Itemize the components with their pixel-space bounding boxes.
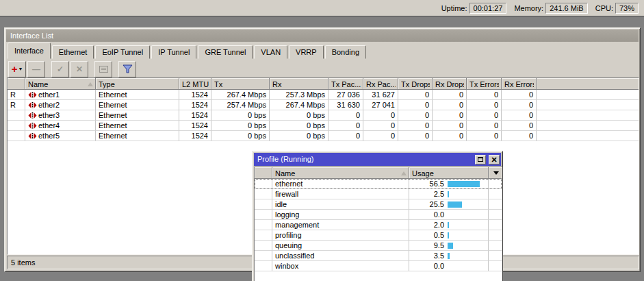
profile-table-header: NameUsage bbox=[255, 167, 502, 179]
profile-column-header-flags[interactable] bbox=[255, 167, 272, 179]
column-header-tx-drops[interactable]: Tx Drops bbox=[398, 78, 433, 90]
cell-usage: 0.0 bbox=[409, 261, 489, 271]
interface-row-ether4[interactable]: ether4Ethernet15240 bps0 bps000000 bbox=[8, 121, 639, 131]
cell-type: Ethernet bbox=[96, 131, 179, 141]
column-header-tx[interactable]: Tx bbox=[211, 78, 270, 90]
interface-toolbar: + ▼ — ✓ ✕ bbox=[8, 60, 138, 77]
tab-vlan[interactable]: VLAN bbox=[254, 45, 287, 59]
interface-row-ether5[interactable]: ether5Ethernet15240 bps0 bps000000 bbox=[8, 131, 639, 141]
column-header-l2-mtu[interactable]: L2 MTU bbox=[179, 78, 211, 90]
column-header-flags[interactable] bbox=[8, 78, 25, 90]
profile-titlebar[interactable]: Profile (Running) ✕ bbox=[254, 153, 501, 166]
cell-type: Ethernet bbox=[96, 110, 179, 121]
cell-flag: R bbox=[8, 100, 25, 110]
comment-button[interactable] bbox=[94, 61, 112, 77]
cell-usage: 9.5 bbox=[409, 241, 489, 251]
remove-button[interactable]: — bbox=[27, 61, 45, 77]
maximize-button[interactable] bbox=[475, 155, 486, 164]
column-header-type[interactable]: Type bbox=[96, 78, 179, 90]
column-header-rx-pac-[interactable]: Rx Pac... bbox=[363, 78, 398, 90]
cell-rxp: 27 041 bbox=[363, 100, 398, 110]
profile-name-value: unclassified bbox=[275, 252, 314, 260]
profile-name-value: firewall bbox=[275, 190, 298, 198]
profile-row-winbox[interactable]: winbox0.0 bbox=[255, 261, 502, 271]
profile-row-unclassified[interactable]: unclassified3.5 bbox=[255, 251, 502, 261]
cell-rxd: 0 bbox=[433, 90, 467, 100]
cell-rx-value: 257.3 Mbps bbox=[286, 90, 325, 99]
add-icon: + bbox=[12, 65, 18, 73]
cell-flags bbox=[255, 199, 272, 210]
tab-vrrp[interactable]: VRRP bbox=[289, 45, 324, 59]
profile-row-ethernet[interactable]: ethernet56.5 bbox=[255, 179, 502, 189]
cell-end bbox=[489, 241, 502, 251]
profile-row-firewall[interactable]: firewall2.5 bbox=[255, 189, 502, 199]
tab-interface[interactable]: Interface bbox=[8, 42, 51, 59]
cell-txd: 0 bbox=[398, 131, 433, 141]
uptime-value: 00:01:27 bbox=[469, 3, 507, 14]
cell-filler bbox=[537, 90, 639, 100]
cell-l2mtu: 1524 bbox=[179, 100, 211, 110]
cell-end bbox=[489, 189, 502, 199]
cell-type-value: Ethernet bbox=[99, 121, 127, 130]
column-header-tx-errors[interactable]: Tx Errors bbox=[467, 78, 502, 90]
profile-columns-dropdown-button[interactable] bbox=[489, 167, 502, 179]
profile-row-management[interactable]: management2.0 bbox=[255, 220, 502, 230]
cell-l2mtu-value: 1524 bbox=[192, 132, 208, 140]
interface-row-ether2[interactable]: Rether2Ethernet1524257.4 Mbps267.4 Mbps3… bbox=[8, 100, 639, 110]
cell-txe-value: 0 bbox=[494, 111, 498, 119]
profile-name-value: profiling bbox=[275, 231, 302, 239]
cell-tx: 267.4 Mbps bbox=[211, 90, 270, 100]
cell-name: ether3 bbox=[25, 110, 96, 121]
add-button[interactable]: + ▼ bbox=[8, 61, 26, 77]
profile-name-value: ethernet bbox=[275, 180, 302, 188]
cell-type-value: Ethernet bbox=[99, 90, 127, 99]
cell-txe-value: 0 bbox=[494, 101, 498, 109]
tab-ethernet[interactable]: Ethernet bbox=[52, 45, 94, 59]
tab-eoip-tunnel[interactable]: EoIP Tunnel bbox=[95, 45, 150, 59]
tab-gre-tunnel[interactable]: GRE Tunnel bbox=[198, 45, 253, 59]
enable-check-icon: ✓ bbox=[57, 64, 64, 74]
profile-row-idle[interactable]: idle25.5 bbox=[255, 199, 502, 210]
column-header-rx-errors[interactable]: Rx Errors bbox=[502, 78, 537, 90]
cell-rxp-value: 27 041 bbox=[372, 101, 395, 109]
cell-tx-value: 0 bps bbox=[248, 121, 266, 130]
disable-button[interactable]: ✕ bbox=[70, 61, 88, 77]
close-button[interactable]: ✕ bbox=[489, 155, 500, 164]
cell-rxp: 31 627 bbox=[363, 90, 398, 100]
cell-rxp-value: 31 627 bbox=[372, 90, 395, 99]
profile-column-header-name[interactable]: Name bbox=[272, 167, 409, 179]
column-header-name[interactable]: Name bbox=[25, 78, 96, 90]
cell-usage: 25.5 bbox=[409, 199, 489, 210]
cell-txp: 27 036 bbox=[329, 90, 363, 100]
profile-row-logging[interactable]: logging0.0 bbox=[255, 210, 502, 220]
profile-column-header-usage[interactable]: Usage bbox=[409, 167, 489, 179]
profile-row-queuing[interactable]: queuing9.5 bbox=[255, 241, 502, 251]
filter-button[interactable] bbox=[118, 61, 136, 77]
cell-txd-value: 0 bbox=[425, 101, 429, 109]
interface-list-titlebar[interactable]: Interface List bbox=[6, 29, 639, 42]
cell-rx: 267.4 Mbps bbox=[270, 100, 329, 110]
cell-end bbox=[489, 220, 502, 230]
enable-button[interactable]: ✓ bbox=[51, 61, 69, 77]
column-header-rx[interactable]: Rx bbox=[270, 78, 329, 90]
cell-flags bbox=[255, 210, 272, 220]
cell-rxe-value: 0 bbox=[529, 121, 533, 130]
tab-bonding[interactable]: Bonding bbox=[325, 45, 366, 59]
usage-bar bbox=[448, 232, 449, 239]
cell-tx: 0 bps bbox=[211, 131, 270, 141]
tab-ip-tunnel[interactable]: IP Tunnel bbox=[151, 45, 196, 59]
cell-l2mtu-value: 1524 bbox=[192, 121, 208, 130]
cell-rx-value: 0 bps bbox=[307, 111, 325, 119]
cell-rxe: 0 bbox=[502, 131, 537, 141]
profile-row-profiling[interactable]: profiling0.5 bbox=[255, 230, 502, 241]
column-header-label: Tx Drops bbox=[401, 80, 430, 88]
cell-name-value: ether5 bbox=[38, 132, 60, 140]
cell-l2mtu-value: 1524 bbox=[192, 111, 208, 119]
column-header-rx-drops[interactable]: Rx Drops bbox=[433, 78, 467, 90]
cell-name: ether2 bbox=[25, 100, 96, 110]
interface-row-ether3[interactable]: ether3Ethernet15240 bps0 bps000000 bbox=[8, 110, 639, 121]
column-header-tx-pac-[interactable]: Tx Pac... bbox=[329, 78, 363, 90]
interface-row-ether1[interactable]: Rether1Ethernet1524267.4 Mbps257.3 Mbps2… bbox=[8, 90, 639, 100]
cell-rxe: 0 bbox=[502, 110, 537, 121]
interface-table-header: NameTypeL2 MTUTxRxTx Pac...Rx Pac...Tx D… bbox=[8, 78, 639, 90]
